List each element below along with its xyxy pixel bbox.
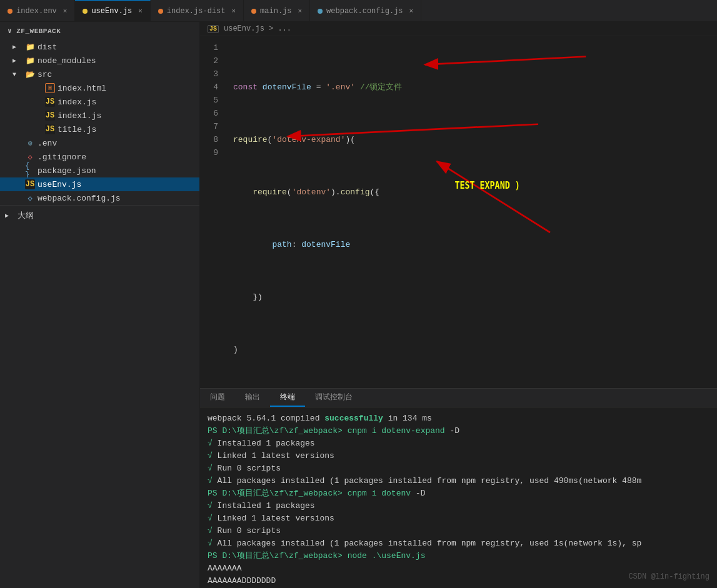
sidebar: ∨ ZF_WEBPACK ▶ 📁 dist ▶ 📁 node_modules ▼… <box>0 22 200 588</box>
breadcrumb-filename: useEnv.js > ... <box>224 24 291 33</box>
sidebar-item-dist[interactable]: ▶ 📁 dist <box>0 40 199 54</box>
terminal-tab-label-problems: 问题 <box>210 392 225 402</box>
term-tick-5: √ <box>208 501 218 511</box>
code-line-3: require('dotenv').config({ <box>233 186 717 199</box>
tab-dot-mainjs <box>251 9 256 14</box>
js-icon-index1: JS <box>45 111 55 121</box>
code-content[interactable]: const dotenvFile = '.env' //锁定文件 require… <box>228 36 717 388</box>
tab-dot-indexjs-dist <box>158 9 163 14</box>
tab-close-webpack[interactable]: × <box>409 7 414 15</box>
tab-bar: index.env × useEnv.js × index.js-dist × … <box>0 0 717 22</box>
tab-webpack-config[interactable]: webpack.config.js × <box>310 0 421 22</box>
terminal-tab-output[interactable]: 输出 <box>235 389 270 407</box>
sidebar-item-useenv-js[interactable]: JS useEnv.js <box>0 177 199 191</box>
tab-close-index-env[interactable]: × <box>63 7 68 15</box>
sidebar-item-index1-js[interactable]: JS index1.js <box>0 109 199 122</box>
term-check-3: Run 0 scripts <box>218 464 281 473</box>
term-success-text: successfully <box>324 414 383 423</box>
tab-label-index-env: index.env <box>16 7 57 16</box>
terminal-line-2: PS D:\项目汇总\zf\zf_webpack> cnpm i dotenv-… <box>208 425 709 437</box>
tab-index-env[interactable]: index.env × <box>0 0 75 22</box>
term-cnpm-2: cnpm i dotenv <box>348 489 411 498</box>
code-line-6: ) <box>233 343 717 356</box>
webpack-icon: ◇ <box>25 193 35 203</box>
line-num-5: 5 <box>200 94 228 107</box>
js-icon-useenv: JS <box>25 179 35 189</box>
tab-dot-webpack <box>318 9 323 14</box>
project-title: ∨ ZF_WEBPACK <box>0 22 199 40</box>
terminal-line-3: √ Installed 1 packages <box>208 437 709 450</box>
env-icon: ⚙ <box>25 138 35 148</box>
breadcrumb-js-icon: JS <box>208 25 219 33</box>
term-check-2: Linked 1 latest versions <box>218 451 334 461</box>
sidebar-label-package-json: package.json <box>38 166 194 176</box>
tab-mainjs[interactable]: main.js × <box>244 0 310 22</box>
terminal-tabs: 问题 输出 终端 调试控制台 <box>200 389 717 407</box>
terminal-content[interactable]: webpack 5.64.1 compiled successfully in … <box>200 407 717 588</box>
tab-close-indexjs-dist[interactable]: × <box>231 7 236 15</box>
term-tick-8: √ <box>208 539 218 548</box>
sidebar-item-env[interactable]: ⚙ .env <box>0 136 199 150</box>
sidebar-item-package-json[interactable]: { } package.json <box>0 164 199 177</box>
chevron-outline: ▶ <box>5 212 15 219</box>
line-num-2: 2 <box>200 54 228 67</box>
tab-close-useenv[interactable]: × <box>138 7 143 15</box>
sidebar-label-useenv-js: useEnv.js <box>38 180 194 189</box>
tab-label-indexjs-dist: index.js-dist <box>167 7 226 16</box>
term-prompt-3: PS D:\项目汇总\zf\zf_webpack> <box>208 551 348 561</box>
term-output-aaaaaaddddddd: AAAAAAADDDDDDD <box>208 576 276 586</box>
chevron-src: ▼ <box>13 71 23 78</box>
terminal-tab-terminal[interactable]: 终端 <box>270 389 305 407</box>
sidebar-item-index-js[interactable]: JS index.js <box>0 95 199 109</box>
tab-label-mainjs: main.js <box>260 7 291 16</box>
term-tick-6: √ <box>208 514 218 523</box>
terminal-line-12: PS D:\项目汇总\zf\zf_webpack> node .\useEnv.… <box>208 550 709 562</box>
terminal-tab-label-terminal: 终端 <box>280 392 295 402</box>
term-flag-2: -D <box>411 489 425 498</box>
terminal-line-11: √ All packages installed (1 packages ins… <box>208 537 709 550</box>
chevron-node-modules: ▶ <box>13 57 23 64</box>
terminal-line-10: √ Run 0 scripts <box>208 525 709 537</box>
sidebar-label-node-modules: node_modules <box>38 56 194 66</box>
sidebar-item-title-js[interactable]: JS title.js <box>0 122 199 136</box>
terminal-tab-label-output: 输出 <box>245 392 260 402</box>
terminal-line-6: √ All packages installed (1 packages ins… <box>208 475 709 487</box>
sidebar-label-title-js: title.js <box>58 125 194 134</box>
term-flag-1: -D <box>445 426 459 436</box>
term-check-4: All packages installed (1 packages insta… <box>218 476 642 486</box>
term-time: in 134 ms <box>383 414 432 423</box>
js-icon-index: JS <box>45 97 55 107</box>
term-tick-4: √ <box>208 476 218 486</box>
terminal-panel: 问题 输出 终端 调试控制台 webpack 5.64.1 compiled s… <box>200 388 717 588</box>
line-numbers: 1 2 3 4 5 6 7 8 9 <box>200 36 228 388</box>
sidebar-label-gitignore: .gitignore <box>38 152 194 162</box>
terminal-line-5: √ Run 0 scripts <box>208 462 709 475</box>
term-check-7: Run 0 scripts <box>218 526 281 536</box>
sidebar-label-index-html: index.html <box>58 84 194 93</box>
terminal-line-7: PS D:\项目汇总\zf\zf_webpack> cnpm i dotenv … <box>208 487 709 500</box>
term-check-5: Installed 1 packages <box>218 501 315 511</box>
tab-useenv[interactable]: useEnv.js × <box>75 0 150 22</box>
terminal-tab-debug[interactable]: 调试控制台 <box>305 389 363 407</box>
html-icon-index: H <box>45 83 55 93</box>
outline-label: 大纲 <box>18 210 194 221</box>
outline-item[interactable]: ▶ 大纲 <box>0 208 199 223</box>
tab-indexjs-dist[interactable]: index.js-dist × <box>151 0 244 22</box>
tab-close-mainjs[interactable]: × <box>298 7 303 15</box>
sidebar-label-dist: dist <box>38 42 194 52</box>
main-area: ∨ ZF_WEBPACK ▶ 📁 dist ▶ 📁 node_modules ▼… <box>0 22 717 588</box>
sidebar-item-src[interactable]: ▼ 📂 src <box>0 67 199 81</box>
sidebar-label-src: src <box>38 70 194 79</box>
csdn-watermark: CSDN @lin-fighting <box>628 571 709 583</box>
sidebar-label-webpack-config: webpack.config.js <box>38 194 194 203</box>
tab-dot-useenv <box>83 9 88 14</box>
terminal-line-4: √ Linked 1 latest versions <box>208 450 709 462</box>
line-num-6: 6 <box>200 107 228 120</box>
sidebar-item-webpack-config[interactable]: ◇ webpack.config.js <box>0 191 199 205</box>
code-line-1: const dotenvFile = '.env' //锁定文件 <box>233 81 717 94</box>
term-tick-1: √ <box>208 439 218 448</box>
terminal-tab-problems[interactable]: 问题 <box>200 389 235 407</box>
term-check-1: Installed 1 packages <box>218 439 315 448</box>
sidebar-item-node-modules[interactable]: ▶ 📁 node_modules <box>0 54 199 67</box>
sidebar-item-index-html[interactable]: H index.html <box>0 81 199 95</box>
